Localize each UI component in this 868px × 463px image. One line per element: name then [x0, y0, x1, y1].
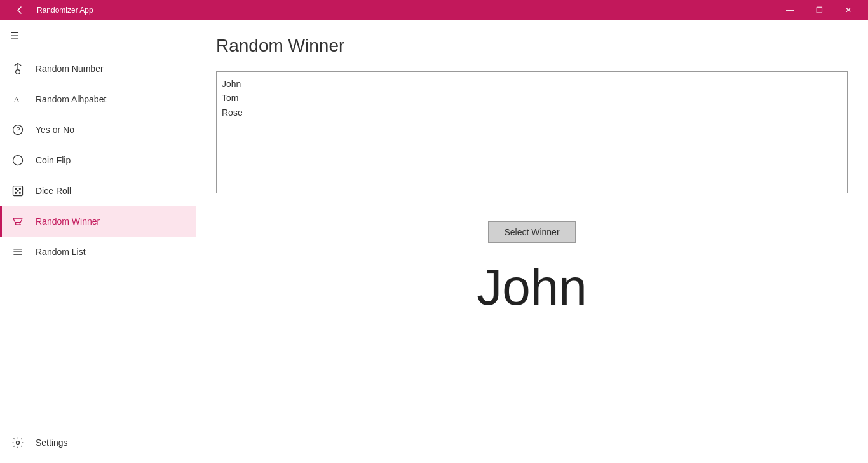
sidebar-divider: [10, 422, 186, 422]
svg-text:A: A: [13, 95, 20, 104]
sidebar-label-random-alphabet: Random Alhpabet: [36, 94, 106, 104]
sidebar-label-coin-flip: Coin Flip: [36, 155, 71, 165]
svg-point-9: [19, 192, 20, 193]
sidebar-footer: Settings: [0, 417, 196, 463]
back-icon: [16, 6, 24, 14]
sidebar-label-random-list: Random List: [36, 247, 86, 257]
settings-icon: [10, 435, 25, 450]
svg-point-6: [15, 188, 17, 190]
svg-point-8: [15, 192, 17, 193]
svg-point-10: [17, 190, 18, 191]
select-winner-button[interactable]: Select Winner: [488, 221, 575, 243]
sidebar-label-random-winner: Random Winner: [36, 216, 100, 226]
sidebar-item-random-alphabet[interactable]: A Random Alhpabet: [0, 84, 196, 114]
sidebar-item-settings[interactable]: Settings: [0, 427, 196, 458]
winner-result: John: [216, 258, 848, 317]
sidebar-item-random-list[interactable]: Random List: [0, 237, 196, 267]
app-layout: ☰ Random Number A: [0, 20, 868, 463]
random-number-icon: [10, 61, 25, 76]
app-title: Randomizer App: [34, 6, 775, 15]
sidebar-label-random-number: Random Number: [36, 64, 104, 74]
page-title: Random Winner: [216, 36, 848, 56]
names-textarea[interactable]: [216, 71, 848, 193]
sidebar-item-yes-or-no[interactable]: ? Yes or No: [0, 114, 196, 145]
window-controls: — ❐ ✕: [775, 0, 863, 20]
coin-icon: [10, 153, 25, 168]
button-row: Select Winner: [216, 221, 848, 243]
svg-point-0: [16, 70, 20, 74]
close-button[interactable]: ✕: [834, 0, 863, 20]
hamburger-button[interactable]: ☰: [0, 20, 29, 51]
svg-text:?: ?: [17, 126, 20, 134]
sidebar-nav: Random Number A Random Alhpabet ?: [0, 51, 196, 417]
sidebar-item-coin-flip[interactable]: Coin Flip: [0, 145, 196, 176]
sidebar-item-random-winner[interactable]: Random Winner: [0, 206, 196, 237]
sidebar-label-dice-roll: Dice Roll: [36, 186, 71, 196]
svg-point-14: [17, 441, 20, 445]
alphabet-icon: A: [10, 92, 25, 107]
back-button[interactable]: [5, 0, 34, 20]
svg-point-7: [19, 188, 20, 190]
hamburger-icon: ☰: [10, 30, 19, 42]
dice-icon: [10, 183, 25, 198]
main-content: Random Winner Select Winner John: [196, 20, 868, 463]
sidebar: ☰ Random Number A: [0, 20, 196, 463]
question-icon: ?: [10, 122, 25, 137]
sidebar-label-yes-or-no: Yes or No: [36, 125, 74, 135]
winner-icon: [10, 214, 25, 229]
sidebar-item-random-number[interactable]: Random Number: [0, 53, 196, 84]
sidebar-label-settings: Settings: [36, 438, 68, 448]
sidebar-item-dice-roll[interactable]: Dice Roll: [0, 176, 196, 206]
list-icon: [10, 244, 25, 259]
minimize-button[interactable]: —: [775, 0, 804, 20]
title-bar: Randomizer App — ❐ ✕: [0, 0, 868, 20]
maximize-button[interactable]: ❐: [804, 0, 834, 20]
svg-point-4: [13, 156, 23, 165]
